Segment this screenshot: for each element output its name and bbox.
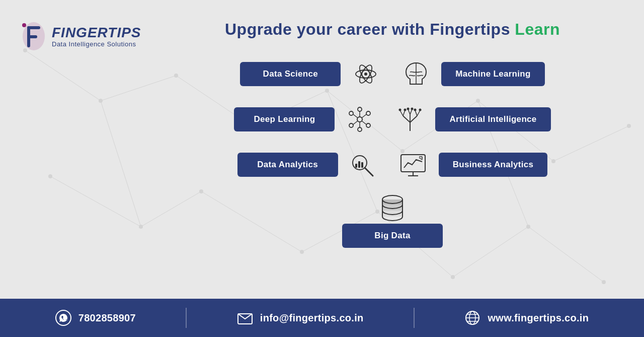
svg-point-48 <box>366 111 370 115</box>
big-data-icon <box>375 192 410 223</box>
logo-tagline-label: Data Intelligence Solutions <box>52 41 141 48</box>
svg-point-45 <box>357 117 362 122</box>
logo-section: FINGERTIPS Data Intelligence Solutions <box>20 15 161 53</box>
svg-line-75 <box>365 168 373 176</box>
business-analytics-icon <box>393 145 434 185</box>
right-content: Upgrade your career with Fingertips Lear… <box>161 15 624 248</box>
svg-line-67 <box>410 109 412 114</box>
svg-point-71 <box>411 107 413 110</box>
svg-point-72 <box>414 108 416 111</box>
footer-website-item: www.fingertips.co.in <box>464 310 589 326</box>
footer-website-text: www.fingertips.co.in <box>488 312 589 324</box>
svg-point-46 <box>349 111 353 115</box>
machine-learning-button[interactable]: Machine Learning <box>441 62 544 86</box>
course-grid: Data Science <box>161 54 624 248</box>
footer-bar: 7802858907 info@fingertips.co.in www.fin… <box>0 299 644 337</box>
svg-point-47 <box>349 123 353 127</box>
deep-learning-button[interactable]: Deep Learning <box>234 107 335 131</box>
headline: Upgrade your career with Fingertips Lear… <box>225 20 560 39</box>
footer-email-item: info@fingertips.co.in <box>237 310 364 326</box>
svg-line-65 <box>417 110 420 116</box>
svg-line-62 <box>400 110 403 116</box>
svg-point-69 <box>404 108 406 111</box>
svg-point-70 <box>407 107 409 110</box>
footer-phone-item: 7802858907 <box>55 310 136 326</box>
svg-rect-38 <box>27 35 37 38</box>
globe-icon <box>464 310 480 326</box>
machine-learning-icon <box>396 54 436 94</box>
footer-email-text: info@fingertips.co.in <box>260 312 364 324</box>
fingertips-logo-icon <box>20 20 48 53</box>
ai-icon <box>390 99 430 140</box>
course-row-3: Data Analytics <box>161 145 624 185</box>
deep-learning-icon <box>340 99 380 140</box>
headline-part1: Upgrade your career with Fingertips <box>225 20 515 38</box>
footer-divider-2 <box>414 308 415 328</box>
email-icon <box>237 310 253 326</box>
svg-line-60 <box>410 116 417 122</box>
svg-line-64 <box>415 110 417 116</box>
logo-fingertips-label: FINGERTIPS <box>52 25 141 41</box>
course-row-4: Big Data <box>342 192 443 248</box>
svg-rect-37 <box>27 26 40 29</box>
footer-divider-1 <box>186 308 187 328</box>
footer-phone-text: 7802858907 <box>78 312 136 324</box>
artificial-intelligence-button[interactable]: Artificial Intelligence <box>435 107 550 131</box>
svg-rect-76 <box>355 164 357 168</box>
logo-text: FINGERTIPS Data Intelligence Solutions <box>52 25 141 48</box>
svg-line-52 <box>353 114 358 118</box>
business-analytics-button[interactable]: Business Analytics <box>439 153 548 177</box>
course-row-1: Data Science <box>161 54 624 94</box>
data-analytics-button[interactable]: Data Analytics <box>237 153 338 177</box>
svg-point-51 <box>358 127 362 131</box>
svg-point-68 <box>398 108 401 111</box>
svg-point-41 <box>364 73 367 76</box>
svg-rect-77 <box>358 161 360 168</box>
logo-wrapper: FINGERTIPS Data Intelligence Solutions <box>20 20 141 53</box>
main-area: FINGERTIPS Data Intelligence Solutions U… <box>0 0 644 299</box>
svg-point-49 <box>366 123 370 127</box>
svg-line-55 <box>362 121 366 124</box>
course-row-2: Deep Learning <box>161 99 624 140</box>
headline-part2: Learn <box>515 20 560 38</box>
whatsapp-icon <box>55 310 71 326</box>
svg-point-39 <box>22 23 26 27</box>
svg-line-66 <box>408 109 410 114</box>
data-science-icon <box>346 54 386 94</box>
content-wrapper: FINGERTIPS Data Intelligence Solutions U… <box>0 0 644 337</box>
svg-line-53 <box>353 121 358 124</box>
svg-line-54 <box>362 114 366 118</box>
svg-line-82 <box>419 158 422 160</box>
svg-line-63 <box>403 110 405 116</box>
big-data-button[interactable]: Big Data <box>342 224 443 248</box>
svg-line-59 <box>403 116 410 122</box>
data-analytics-icon <box>343 145 383 185</box>
data-science-button[interactable]: Data Science <box>240 62 341 86</box>
svg-point-73 <box>419 108 421 111</box>
svg-point-50 <box>358 107 362 111</box>
svg-rect-78 <box>361 162 363 168</box>
